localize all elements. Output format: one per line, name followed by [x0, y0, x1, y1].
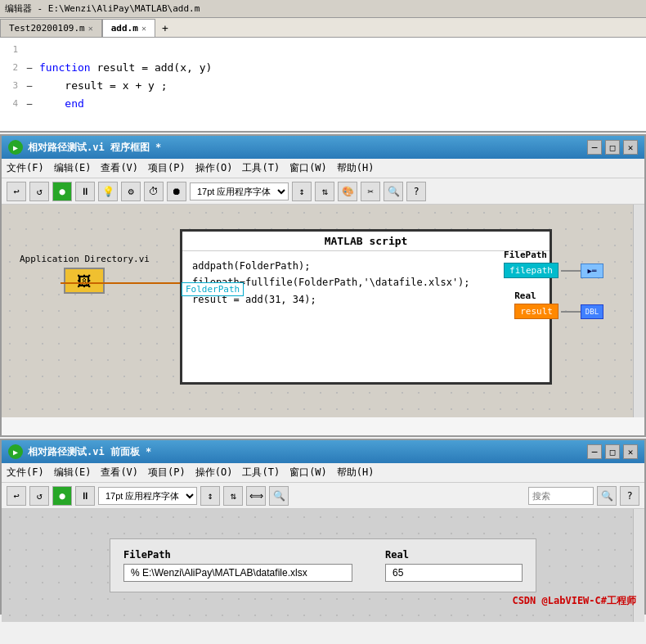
fp-tool-run[interactable]: ● — [52, 486, 72, 506]
bd-tool-magnify[interactable]: 🔍 — [384, 182, 403, 201]
line-num-3: 3 — [0, 77, 23, 95]
fp-tool-align[interactable]: ⇅ — [223, 486, 243, 506]
bd-maximize[interactable]: □ — [605, 140, 620, 155]
line-num-2: 2 — [0, 59, 23, 77]
bd-tool-step[interactable]: ⚙ — [121, 182, 141, 201]
bd-menu-window[interactable]: 窗口(W) — [289, 161, 327, 175]
folder-path-terminal: FolderPath — [182, 282, 244, 296]
bd-scrollbar[interactable] — [633, 205, 644, 417]
line-num-4: 4 — [0, 95, 23, 113]
bd-tool-help[interactable]: ? — [406, 182, 426, 201]
bd-window-controls: ─ □ ✕ — [587, 140, 638, 155]
bd-menu-tools[interactable]: 工具(T) — [242, 161, 280, 175]
bd-tool-arrow[interactable]: ↩ — [7, 182, 26, 201]
bd-tool-color[interactable]: 🎨 — [338, 182, 357, 201]
code-line-4: 4 — end — [0, 95, 646, 113]
fp-help-btn[interactable]: ? — [620, 486, 639, 506]
fp-menu-help[interactable]: 帮助(H) — [337, 466, 375, 480]
bd-tool-record[interactable]: ⏺ — [167, 182, 186, 201]
fp-toolbar: ↩ ↺ ● ⏸ 17pt 应用程序字体 ↕ ⇅ ⟺ 🔍 🔍 ? — [2, 483, 644, 509]
tab-add-button[interactable]: + — [155, 20, 175, 37]
code-line-1: 1 — [0, 41, 646, 59]
fp-fields-container: FilePath Real — [110, 538, 536, 592]
fp-tool-pause[interactable]: ⏸ — [75, 486, 95, 506]
app-dir-icon[interactable]: 🖼 — [64, 268, 105, 294]
bd-menu-view[interactable]: 查看(V) — [101, 161, 138, 175]
fp-tool-font2[interactable]: ↕ — [200, 486, 220, 506]
editor-title: 编辑器 - E:\Wenzi\AliPay\MATLAB\add.m — [5, 2, 200, 15]
matlab-script-box: MATLAB script addpath(FolderPath); filep… — [180, 229, 552, 385]
bd-tool-pause[interactable]: ⏸ — [75, 182, 95, 201]
fp-tool-undo[interactable]: ↺ — [29, 486, 49, 506]
bd-title: 相对路径测试.vi 程序框图 * — [28, 141, 587, 155]
bd-tool-run[interactable]: ● — [52, 182, 72, 201]
result-type-indicator: DBL — [581, 304, 603, 319]
tab-add-close[interactable]: ✕ — [141, 24, 146, 33]
fp-filepath-input[interactable] — [123, 564, 352, 582]
bd-tool-cursor[interactable]: ✂ — [361, 182, 380, 201]
bd-tool-timer[interactable]: ⏱ — [144, 182, 164, 201]
editor-tabs: Test20200109.m ✕ add.m ✕ + — [0, 18, 646, 38]
bd-minimize[interactable]: ─ — [587, 140, 602, 155]
bd-menu-operate[interactable]: 操作(O) — [195, 161, 233, 175]
filepath-type-indicator: ▶═ — [581, 263, 603, 278]
fp-search-btn[interactable]: 🔍 — [597, 486, 617, 506]
code-content-3: result = x + y ; — [36, 77, 646, 95]
result-terminal-row: result DBL — [514, 304, 603, 319]
bd-canvas: Application Directory.vi 🖼 MATLAB script… — [2, 205, 644, 417]
fp-filepath-field: FilePath — [123, 549, 352, 582]
result-group: Real result DBL — [514, 290, 603, 319]
bd-tool-font2[interactable]: ↕ — [292, 182, 312, 201]
fp-menu-operate[interactable]: 操作(O) — [195, 466, 233, 480]
filepath-terminal-box[interactable]: filepath — [504, 263, 559, 278]
matlab-script-title: MATLAB script — [182, 232, 550, 251]
line-dash-4: — — [23, 95, 36, 113]
fp-menu-view[interactable]: 查看(V) — [101, 466, 138, 480]
fp-tool-distribute[interactable]: ⟺ — [246, 486, 266, 506]
fp-minimize[interactable]: ─ — [587, 444, 602, 459]
bd-tool-undo[interactable]: ↺ — [29, 182, 49, 201]
fp-real-input[interactable] — [385, 564, 523, 582]
bd-tool-font3[interactable]: ⇅ — [315, 182, 334, 201]
fp-tool-arrow[interactable]: ↩ — [7, 486, 26, 506]
kw-result: result = add(x, y) — [96, 61, 212, 74]
fp-menu-file[interactable]: 文件(F) — [7, 466, 44, 480]
front-panel-window: ▶ 相对路径测试.vi 前面板 * ─ □ ✕ 文件(F) 编辑(E) 查看(V… — [0, 439, 646, 615]
bd-tool-lamp[interactable]: 💡 — [98, 182, 118, 201]
filepath-label: FilePath — [504, 250, 603, 260]
fp-run-icon[interactable]: ▶ — [8, 444, 23, 459]
app-dir-node: Application Directory.vi 🖼 — [20, 254, 150, 294]
bd-toolbar: ↩ ↺ ● ⏸ 💡 ⚙ ⏱ ⏺ 17pt 应用程序字体 ↕ ⇅ 🎨 ✂ 🔍 ? — [2, 178, 644, 205]
kw-function: function — [39, 61, 91, 74]
fp-menu-project[interactable]: 项目(P) — [148, 466, 186, 480]
fp-menu-edit[interactable]: 编辑(E) — [54, 466, 92, 480]
fp-real-field: Real — [385, 549, 523, 582]
editor-title-bar: 编辑器 - E:\Wenzi\AliPay\MATLAB\add.m — [0, 0, 646, 18]
tab-add-label: add.m — [111, 23, 138, 34]
fp-tool-search[interactable]: 🔍 — [269, 486, 289, 506]
kw-end: end — [65, 97, 83, 110]
fp-search-input[interactable] — [528, 487, 594, 505]
bd-run-icon[interactable]: ▶ — [8, 140, 23, 155]
bd-menu-file[interactable]: 文件(F) — [7, 161, 44, 175]
result-label: Real — [514, 290, 603, 301]
bd-font-select[interactable]: 17pt 应用程序字体 — [190, 182, 289, 200]
tab-test-close[interactable]: ✕ — [88, 24, 93, 33]
fp-menu-tools[interactable]: 工具(T) — [242, 466, 280, 480]
code-content-4: end — [36, 95, 646, 113]
code-line-3: 3 — result = x + y ; — [0, 77, 646, 95]
bd-title-bar: ▶ 相对路径测试.vi 程序框图 * ─ □ ✕ — [2, 136, 644, 159]
bd-menu-help[interactable]: 帮助(H) — [337, 161, 375, 175]
tab-add[interactable]: add.m ✕ — [102, 19, 155, 37]
fp-font-select[interactable]: 17pt 应用程序字体 — [98, 487, 197, 505]
fp-close[interactable]: ✕ — [623, 444, 638, 459]
result-terminal-box[interactable]: result — [514, 304, 559, 319]
bd-menu-edit[interactable]: 编辑(E) — [54, 161, 92, 175]
tab-test[interactable]: Test20200109.m ✕ — [0, 19, 102, 37]
fp-maximize[interactable]: □ — [605, 444, 620, 459]
result-wire — [561, 311, 581, 313]
bd-menu-project[interactable]: 项目(P) — [148, 161, 186, 175]
bd-menubar: 文件(F) 编辑(E) 查看(V) 项目(P) 操作(O) 工具(T) 窗口(W… — [2, 159, 644, 178]
fp-menu-window[interactable]: 窗口(W) — [289, 466, 327, 480]
bd-close[interactable]: ✕ — [623, 140, 638, 155]
